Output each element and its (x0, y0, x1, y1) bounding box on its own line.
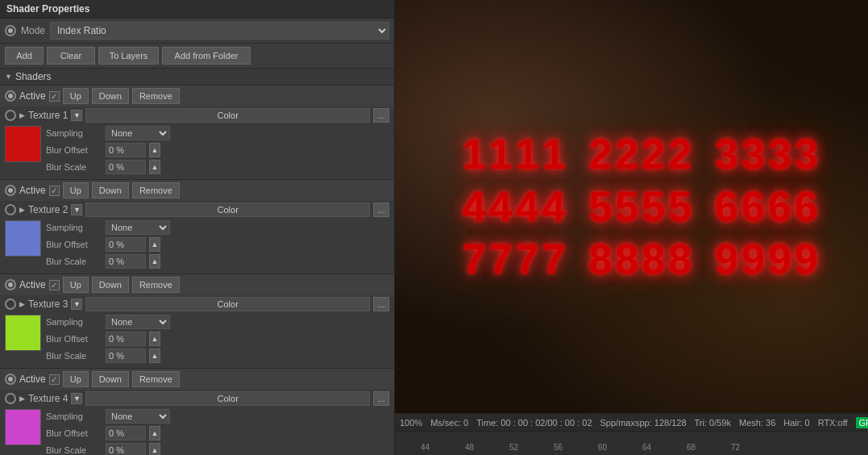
mode-radio[interactable] (5, 25, 16, 36)
timeline-bar[interactable]: 44 48 52 56 60 64 68 72 0 F (395, 431, 868, 455)
shader-active-row-2: Active ✓ Up Down Remove (0, 180, 394, 201)
expand-icon-2: ▶ (19, 206, 25, 214)
remove-button-3[interactable]: Remove (132, 277, 180, 293)
tri-display: Tri: 0/59k (695, 418, 731, 428)
timeline-track[interactable]: 44 48 52 56 60 64 68 72 0 F (395, 432, 868, 455)
remove-button-1[interactable]: Remove (132, 88, 180, 104)
active-label-2: Active (19, 185, 46, 196)
bluroffset-label-3: Blur Offset (46, 334, 102, 344)
bluroffset-up-3[interactable]: ▲ (149, 332, 160, 346)
color-swatch-1[interactable] (5, 126, 41, 162)
texture-dots-3[interactable]: … (373, 297, 389, 311)
sampling-select-2[interactable]: None (106, 220, 170, 235)
blurscale-up-1[interactable]: ▲ (149, 160, 160, 174)
texture-dots-4[interactable]: … (373, 391, 389, 406)
bluroffset-up-4[interactable]: ▲ (149, 426, 160, 440)
active-label-4: Active (19, 374, 46, 385)
texture-dots-1[interactable]: … (373, 108, 389, 123)
down-button-2[interactable]: Down (92, 182, 129, 198)
number-4444: 4444 (463, 182, 569, 231)
texture-radio-3[interactable] (5, 298, 16, 310)
texture-dropdown-1[interactable]: ▼ (71, 110, 82, 121)
tick-52: 52 (492, 443, 536, 452)
texture-radio-4[interactable] (5, 393, 16, 404)
blurscale-up-4[interactable]: ▲ (149, 443, 160, 455)
bluroffset-up-1[interactable]: ▲ (149, 143, 160, 157)
blurscale-input-3[interactable] (106, 349, 146, 363)
shader-block-2: Active ✓ Up Down Remove ▶ Texture 2 ▼ Co… (0, 180, 394, 274)
blurscale-label-1: Blur Scale (46, 162, 102, 172)
texture-dropdown-4[interactable]: ▼ (71, 393, 82, 404)
mode-label: Mode (21, 25, 45, 36)
color-swatch-2[interactable] (5, 220, 41, 257)
shader-active-row-3: Active ✓ Up Down Remove (0, 274, 394, 295)
timeline-numbers: 44 48 52 56 60 64 68 72 (395, 443, 868, 455)
down-button-3[interactable]: Down (92, 277, 129, 293)
panel-title: Shader Properties (0, 0, 394, 19)
color-swatch-3[interactable] (5, 315, 41, 351)
shader-radio-3[interactable] (5, 279, 16, 290)
color-swatch-4[interactable] (5, 409, 41, 445)
shaders-label: Shaders (15, 71, 52, 82)
shader-block-4: Active ✓ Up Down Remove ▶ Texture 4 ▼ Co… (0, 369, 394, 455)
shaders-header[interactable]: ▼ Shaders (0, 69, 394, 86)
sampling-select-3[interactable]: None (106, 315, 170, 329)
active-checkbox-3[interactable]: ✓ (49, 280, 60, 290)
number-3333: 3333 (715, 130, 821, 178)
detail-fields-3: Sampling None Blur Offset ▲ Blur Scale ▲ (46, 315, 389, 363)
blurscale-label-2: Blur Scale (46, 257, 102, 266)
active-checkbox-4[interactable]: ✓ (49, 374, 60, 385)
texture-dropdown-2[interactable]: ▼ (71, 204, 82, 215)
blurscale-input-2[interactable] (106, 254, 146, 269)
up-button-2[interactable]: Up (63, 182, 89, 198)
remove-button-2[interactable]: Remove (132, 182, 180, 198)
active-checkbox-2[interactable]: ✓ (49, 186, 60, 196)
active-checkbox-1[interactable]: ✓ (49, 91, 60, 102)
texture-radio-2[interactable] (5, 204, 16, 215)
shaders-container: ▼ Shaders Active ✓ Up Down Remove ▶ Text… (0, 69, 394, 455)
sampling-row-1: Sampling None (46, 126, 389, 140)
sampling-row-3: Sampling None (46, 315, 389, 329)
preview-canvas: 1111 2222 3333 4444 5555 6666 7777 8888 … (395, 0, 868, 413)
blurscale-input-1[interactable] (106, 160, 146, 174)
sampling-label-1: Sampling (46, 128, 102, 138)
sampling-label-4: Sampling (46, 411, 102, 421)
color-label-2: Color (85, 202, 370, 217)
sampling-select-1[interactable]: None (106, 126, 170, 140)
texture-dots-2[interactable]: … (373, 202, 389, 217)
down-button-1[interactable]: Down (92, 88, 129, 104)
shader-block-3: Active ✓ Up Down Remove ▶ Texture 3 ▼ Co… (0, 274, 394, 369)
shader-radio-4[interactable] (5, 374, 16, 385)
bluroffset-up-2[interactable]: ▲ (149, 237, 160, 252)
up-button-1[interactable]: Up (63, 88, 89, 104)
tolayers-button[interactable]: To Layers (98, 47, 159, 65)
bluroffset-input-4[interactable] (106, 426, 146, 440)
remove-button-4[interactable]: Remove (132, 371, 180, 387)
shader-radio-2[interactable] (5, 185, 16, 196)
texture-radio-1[interactable] (5, 110, 16, 121)
number-5555: 5555 (588, 182, 695, 231)
preview-area: 1111 2222 3333 4444 5555 6666 7777 8888 … (395, 0, 868, 413)
add-button[interactable]: Add (5, 47, 44, 65)
sampling-select-4[interactable]: None (106, 409, 170, 424)
bluroffset-input-2[interactable] (106, 237, 146, 252)
texture-label-1: Texture 1 (28, 110, 68, 121)
shader-radio-1[interactable] (5, 90, 16, 102)
bluroffset-input-1[interactable] (106, 143, 146, 157)
addfolder-button[interactable]: Add from Folder (162, 47, 251, 65)
number-6666: 6666 (715, 182, 821, 231)
blurscale-input-4[interactable] (106, 443, 146, 455)
texture-dropdown-3[interactable]: ▼ (71, 298, 82, 310)
down-button-4[interactable]: Down (92, 371, 129, 387)
blurscale-up-2[interactable]: ▲ (149, 254, 160, 269)
clear-button[interactable]: Clear (47, 47, 95, 65)
active-label-3: Active (19, 279, 46, 290)
up-button-3[interactable]: Up (63, 277, 89, 293)
sampling-row-4: Sampling None (46, 409, 389, 424)
bluroffset-input-3[interactable] (106, 332, 146, 346)
expand-icon-1: ▶ (19, 111, 25, 119)
up-button-4[interactable]: Up (63, 371, 89, 387)
number-7777: 7777 (463, 235, 569, 283)
blurscale-up-3[interactable]: ▲ (149, 349, 160, 363)
mode-select[interactable]: Index Ratio (50, 22, 389, 40)
